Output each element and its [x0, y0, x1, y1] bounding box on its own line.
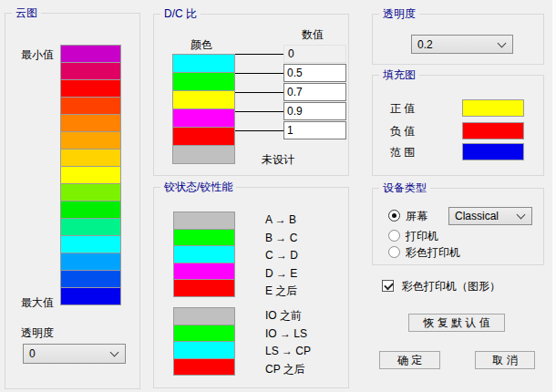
fill-negative-label: 负 值 — [390, 125, 415, 138]
cloud-color-segment[interactable] — [60, 149, 121, 167]
cloud-min-label: 最小值 — [21, 48, 54, 61]
cloud-color-segment[interactable] — [60, 270, 121, 288]
cloud-opacity-select[interactable]: 0 — [23, 344, 126, 364]
opacity-group-title: 透明度 — [379, 6, 419, 22]
radio-color-printer-label: 彩色打印机 — [406, 246, 460, 259]
chevron-down-icon — [517, 211, 526, 220]
opacity-group: 透明度 0.2 — [372, 14, 544, 65]
hinge-state-swatch[interactable] — [173, 245, 235, 263]
fill-positive-swatch[interactable] — [462, 99, 524, 117]
opacity-select[interactable]: 0.2 — [411, 35, 513, 54]
connector-line — [235, 130, 283, 131]
cloud-opacity-value: 0 — [29, 347, 36, 360]
hinge-state-swatch[interactable] — [173, 229, 235, 247]
fill-positive-label: 正 值 — [390, 102, 415, 115]
dc-ratio-group: D/C 比 颜色 数值 0 未设计 — [153, 14, 349, 176]
display-options-dialog: 云图 最小值 最大值 透明度 0 D/C 比 颜色 — [0, 0, 556, 392]
hinge-state-swatch[interactable] — [173, 263, 235, 281]
hinge-perf-scale — [173, 307, 235, 376]
hinge-state-label: D → E — [265, 265, 297, 284]
radio-screen[interactable] — [388, 210, 400, 222]
cancel-button[interactable]: 取 消 — [475, 351, 535, 369]
hinge-perf-label: IO 之前 — [265, 307, 302, 325]
cloud-map-group: 云图 最小值 最大值 透明度 0 — [5, 13, 140, 389]
hinge-perf-label: IO → LS — [265, 325, 307, 344]
cloud-color-segment[interactable] — [60, 45, 121, 63]
connector-line — [235, 54, 283, 55]
connector-line — [235, 111, 283, 112]
dc-ratio-group-title: D/C 比 — [160, 6, 201, 22]
dc-boundary-value: 0 — [283, 45, 346, 63]
dc-color-swatch[interactable] — [172, 54, 235, 73]
cloud-color-scale — [60, 45, 121, 305]
color-printer-graphics-checkbox[interactable] — [382, 280, 394, 292]
radio-printer[interactable] — [388, 230, 400, 242]
cloud-color-segment[interactable] — [60, 287, 121, 305]
hinge-perf-swatch[interactable] — [173, 358, 235, 377]
cloud-color-segment[interactable] — [60, 201, 121, 219]
cloud-color-segment[interactable] — [60, 79, 121, 98]
chevron-down-icon — [110, 348, 119, 357]
dc-color-swatch[interactable] — [172, 90, 235, 109]
fill-range-label: 范 围 — [390, 146, 415, 159]
dc-undesigned-swatch[interactable] — [172, 145, 235, 164]
restore-defaults-label: 恢 复 默 认 值 — [423, 315, 489, 331]
device-type-group: 设备类型 屏幕 Classical 打印机 彩色打印机 — [372, 188, 544, 265]
hinge-perf-label: CP 之后 — [265, 361, 305, 379]
radio-printer-label: 打印机 — [406, 230, 438, 242]
hinge-perf-swatch[interactable] — [173, 307, 235, 325]
check-icon — [384, 281, 394, 291]
dc-value-input-4[interactable] — [283, 121, 346, 139]
fill-map-group: 填充图 正 值 负 值 范 围 — [372, 75, 544, 176]
hinge-state-label: B → C — [265, 230, 297, 248]
hinge-state-label: C → D — [265, 247, 298, 265]
hinge-state-scale — [173, 211, 235, 297]
device-type-group-title: 设备类型 — [379, 181, 430, 196]
screen-style-value: Classical — [455, 210, 499, 222]
hinge-perf-swatch[interactable] — [173, 325, 235, 343]
hinge-group: 铰状态/铰性能 A → B B → C C → D D → E E 之后 IO … — [153, 187, 349, 388]
dc-color-scale — [172, 54, 235, 164]
cloud-color-segment[interactable] — [60, 183, 121, 201]
radio-screen-label: 屏幕 — [406, 210, 427, 222]
dc-color-swatch[interactable] — [172, 108, 235, 128]
dc-value-input-3[interactable] — [283, 102, 346, 120]
cloud-color-segment[interactable] — [60, 62, 121, 80]
fill-map-group-title: 填充图 — [379, 67, 419, 83]
fill-negative-swatch[interactable] — [462, 122, 524, 139]
ok-button[interactable]: 确 定 — [379, 351, 440, 369]
fill-range-swatch[interactable] — [462, 143, 524, 160]
hinge-perf-label: LS → CP — [265, 343, 311, 361]
dc-color-swatch[interactable] — [172, 72, 235, 91]
dc-value-header: 数值 — [302, 28, 324, 41]
hinge-perf-swatch[interactable] — [173, 341, 235, 359]
screen-style-select[interactable]: Classical — [448, 207, 532, 225]
cloud-color-segment[interactable] — [60, 253, 121, 271]
chevron-down-icon — [498, 38, 507, 47]
hinge-group-title: 铰状态/铰性能 — [160, 180, 236, 195]
dc-value-input-1[interactable] — [283, 64, 346, 82]
hinge-state-label: A → B — [265, 211, 296, 230]
dc-color-swatch[interactable] — [172, 127, 235, 146]
cloud-color-segment[interactable] — [60, 218, 121, 236]
cloud-max-label: 最大值 — [21, 296, 54, 309]
cloud-color-segment[interactable] — [60, 114, 121, 132]
opacity-value: 0.2 — [417, 38, 433, 51]
restore-defaults-button[interactable]: 恢 复 默 认 值 — [408, 314, 505, 332]
cancel-label: 取 消 — [492, 353, 517, 368]
connector-line — [235, 92, 283, 93]
hinge-state-swatch[interactable] — [173, 279, 235, 297]
cloud-map-group-title: 云图 — [12, 5, 41, 21]
cloud-color-segment[interactable] — [60, 97, 121, 115]
cloud-color-segment[interactable] — [60, 166, 121, 184]
color-printer-graphics-label: 彩色打印机（图形） — [402, 280, 500, 293]
cloud-color-segment[interactable] — [60, 131, 121, 150]
connector-line — [235, 73, 283, 74]
window-edge — [552, 0, 556, 392]
ok-label: 确 定 — [397, 353, 422, 368]
cloud-opacity-label: 透明度 — [21, 326, 54, 339]
hinge-state-swatch[interactable] — [173, 211, 235, 230]
dc-value-input-2[interactable] — [283, 83, 346, 101]
cloud-color-segment[interactable] — [60, 235, 121, 253]
radio-color-printer[interactable] — [388, 246, 400, 258]
